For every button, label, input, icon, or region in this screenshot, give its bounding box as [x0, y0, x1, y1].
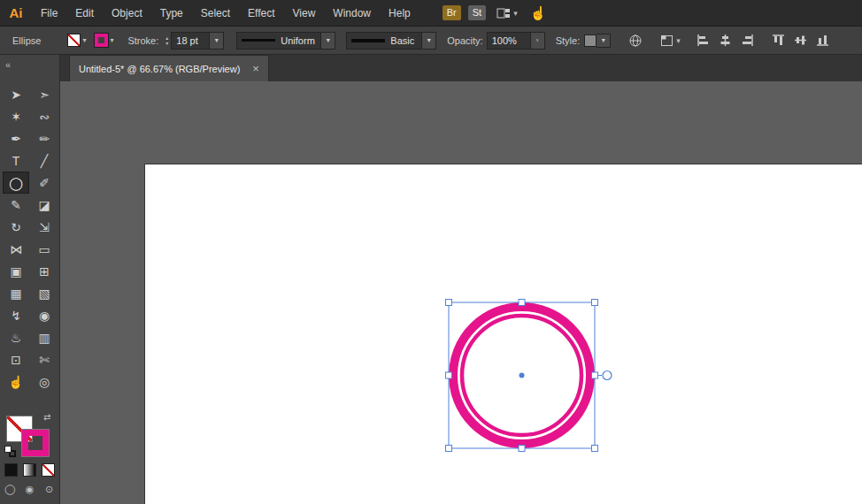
- chevron-down-icon: ▾: [110, 36, 113, 44]
- paintbrush-tool[interactable]: ✐: [31, 172, 58, 194]
- zoom-tool[interactable]: ◎: [31, 370, 58, 393]
- handle-bottom-left[interactable]: [446, 446, 452, 452]
- style-control[interactable]: ▾: [584, 34, 611, 48]
- shape-builder-tool[interactable]: ▣: [3, 260, 29, 282]
- selection-tool[interactable]: ➤: [3, 83, 29, 105]
- none-button[interactable]: [42, 463, 55, 477]
- opacity-label: Opacity:: [447, 35, 482, 46]
- column-graph-tool[interactable]: ▥: [31, 326, 58, 348]
- control-bar: Ellipse ▾ ▾ Stroke: ▴ ▾ 18 pt ▾ Uniform …: [0, 27, 862, 55]
- symbol-sprayer-tool[interactable]: ♨: [3, 326, 29, 348]
- handle-middle-left[interactable]: [446, 372, 452, 378]
- handle-top-right[interactable]: [592, 300, 598, 306]
- menu-window[interactable]: Window: [324, 0, 380, 27]
- line-segment-tool[interactable]: ╱: [31, 149, 58, 172]
- brush-preview: [351, 39, 385, 42]
- brush-dropdown-icon[interactable]: ▾: [422, 32, 436, 50]
- artboard-tool[interactable]: ⊡: [3, 348, 29, 370]
- canvas-pasteboard[interactable]: [60, 81, 862, 504]
- menu-object[interactable]: Object: [103, 0, 151, 27]
- pencil-tool[interactable]: ✎: [3, 194, 29, 216]
- gradient-tool[interactable]: ▧: [31, 282, 58, 304]
- type-tool[interactable]: T: [3, 149, 29, 172]
- menu-view[interactable]: View: [284, 0, 325, 27]
- align-bottom-icon[interactable]: [816, 34, 829, 47]
- stroke-weight-stepper[interactable]: ▴ ▾: [165, 35, 168, 46]
- direct-selection-tool[interactable]: ➣: [31, 83, 58, 105]
- hand-tool[interactable]: ☝: [3, 370, 29, 393]
- opacity-panel-icon[interactable]: ›: [531, 32, 545, 50]
- document-tab[interactable]: Untitled-5* @ 66.67% (RGB/Preview) ×: [69, 55, 269, 81]
- menu-effect[interactable]: Effect: [239, 0, 283, 27]
- active-tool-label: Ellipse: [12, 35, 41, 46]
- draw-behind-icon[interactable]: ◉: [23, 483, 36, 496]
- color-type-buttons: [4, 463, 55, 477]
- opacity-value[interactable]: 100%: [487, 32, 531, 50]
- workspace-switcher-icon[interactable]: ▾: [496, 7, 518, 19]
- transform-panel-icon[interactable]: ▾: [660, 34, 681, 47]
- touch-workspace-icon[interactable]: ☝: [530, 5, 547, 21]
- rotate-tool[interactable]: ↻: [3, 216, 29, 238]
- stroke-pink-swatch[interactable]: [95, 34, 108, 47]
- chevron-down-icon: ▾: [676, 36, 681, 45]
- width-tool[interactable]: ⋈: [3, 238, 29, 260]
- brush-definition[interactable]: Basic: [346, 32, 422, 50]
- draw-normal-icon[interactable]: ◯: [4, 483, 17, 496]
- mesh-tool[interactable]: ▦: [3, 282, 29, 304]
- menu-help[interactable]: Help: [380, 0, 419, 27]
- stroke-color-control[interactable]: ▾: [95, 34, 113, 47]
- blend-tool[interactable]: ◉: [31, 304, 58, 326]
- ellipse-tool[interactable]: ◯: [3, 172, 29, 194]
- chevron-down-icon: ▾: [513, 9, 518, 18]
- scale-tool[interactable]: ⇲: [31, 216, 58, 238]
- stroke-weight-label: Stroke:: [127, 35, 158, 46]
- color-button[interactable]: [4, 463, 18, 477]
- style-dropdown-icon[interactable]: ▾: [596, 34, 611, 48]
- handle-top-center[interactable]: [519, 300, 525, 306]
- document-setup-globe-icon[interactable]: [628, 34, 643, 48]
- eraser-tool[interactable]: ◪: [31, 194, 58, 216]
- align-right-icon[interactable]: [741, 34, 754, 47]
- stroke-weight-value[interactable]: 18 pt: [171, 32, 210, 50]
- tools-panel: « ➤ ➣ ✶ ∾ ✒ ✏ T ╱ ◯ ✐ ✎ ◪ ↻ ⇲ ⋈ ▭ ▣ ⊞ ▦ …: [0, 55, 60, 504]
- variable-width-value: Uniform: [281, 35, 315, 46]
- swap-fill-stroke-icon[interactable]: ⇄: [43, 412, 50, 422]
- handle-bottom-center[interactable]: [519, 446, 525, 452]
- stroke-weight-dropdown-icon[interactable]: ▾: [210, 32, 224, 50]
- stock-button[interactable]: St: [468, 5, 486, 20]
- fill-color-control[interactable]: ▾: [67, 34, 86, 47]
- stepper-down-icon[interactable]: ▾: [165, 41, 168, 46]
- eyedropper-tool[interactable]: ↯: [3, 304, 29, 326]
- align-left-icon[interactable]: [697, 34, 710, 47]
- stroke-swatch-pink[interactable]: [22, 430, 49, 456]
- slice-tool[interactable]: ✄: [31, 348, 58, 370]
- pen-tool[interactable]: ✒: [3, 127, 29, 149]
- variable-width-dropdown-icon[interactable]: ▾: [321, 32, 335, 50]
- draw-inside-icon[interactable]: ⊙: [42, 483, 56, 496]
- menu-select[interactable]: Select: [192, 0, 239, 27]
- variable-width-profile[interactable]: Uniform: [236, 32, 321, 50]
- lasso-tool[interactable]: ∾: [31, 105, 58, 127]
- align-center-horizontal-icon[interactable]: [719, 34, 732, 47]
- curvature-tool[interactable]: ✏: [31, 127, 58, 149]
- menu-file[interactable]: File: [32, 0, 66, 27]
- magic-wand-tool[interactable]: ✶: [3, 105, 29, 127]
- tab-close-icon[interactable]: ×: [252, 62, 259, 75]
- align-top-icon[interactable]: [772, 34, 785, 47]
- panel-collapse-icon[interactable]: «: [5, 59, 9, 70]
- menu-type[interactable]: Type: [151, 0, 192, 27]
- handle-top-left[interactable]: [446, 300, 452, 306]
- menu-edit[interactable]: Edit: [66, 0, 103, 27]
- handle-bottom-right[interactable]: [592, 446, 598, 452]
- align-middle-vertical-icon[interactable]: [794, 34, 807, 47]
- free-transform-tool[interactable]: ▭: [31, 238, 58, 260]
- live-shape-widget-handle[interactable]: [603, 371, 612, 380]
- style-swatch[interactable]: [584, 34, 596, 47]
- shape-center-point[interactable]: [520, 373, 525, 378]
- default-fill-stroke-icon[interactable]: [4, 446, 19, 458]
- handle-middle-right[interactable]: [592, 372, 598, 378]
- perspective-grid-tool[interactable]: ⊞: [31, 260, 58, 282]
- bridge-button[interactable]: Br: [443, 5, 461, 20]
- gradient-button[interactable]: [23, 463, 36, 477]
- fill-none-swatch[interactable]: [67, 34, 81, 47]
